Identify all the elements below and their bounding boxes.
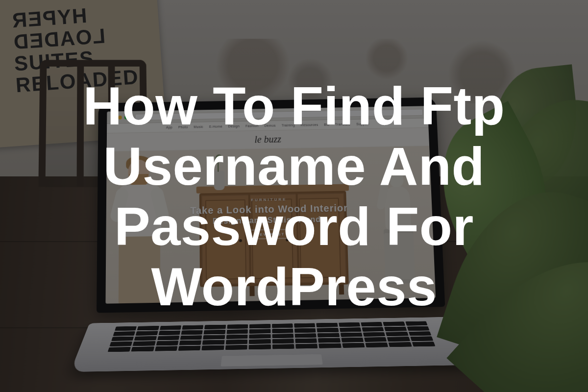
title-overlay: How To Find Ftp Username And Password Fo… xyxy=(0,0,588,392)
scene-root: HYPER LOADED SUITES RELOADED App Photo xyxy=(0,0,588,392)
page-title: How To Find Ftp Username And Password Fo… xyxy=(29,75,559,317)
